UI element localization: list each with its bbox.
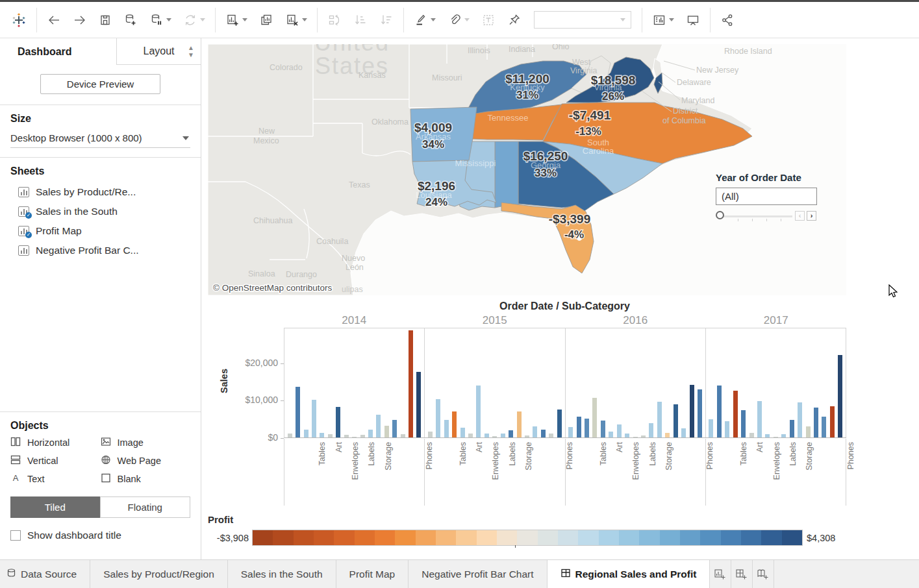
year-filter-slider[interactable]: ‹ › — [716, 210, 817, 222]
sales-bar[interactable] — [681, 428, 686, 437]
sheet-tab-negative-profit-bar-chart[interactable]: Negative Profit Bar Chart — [409, 560, 547, 588]
tableau-logo-icon[interactable] — [5, 7, 32, 33]
new-story-button[interactable] — [753, 560, 774, 588]
sales-bar[interactable] — [717, 386, 722, 437]
sales-bar[interactable] — [741, 410, 746, 437]
slider-prev-button[interactable]: ‹ — [795, 211, 805, 221]
sales-bar[interactable] — [352, 437, 357, 437]
sales-bar[interactable] — [798, 402, 802, 437]
sales-bar[interactable] — [733, 391, 738, 437]
slider-handle[interactable] — [716, 211, 724, 219]
sheet-tab-regional-sales-and-profit[interactable]: Regional Sales and Profit — [548, 560, 711, 588]
share-icon[interactable] — [714, 7, 740, 33]
object-item-image[interactable]: Image — [101, 437, 191, 448]
sales-bar[interactable] — [384, 426, 389, 437]
fit-selector-caret[interactable] — [620, 18, 625, 21]
save-icon[interactable] — [93, 7, 118, 33]
redo-icon[interactable] — [67, 7, 93, 33]
sales-bar[interactable] — [698, 389, 702, 437]
fix-axes-icon[interactable] — [501, 7, 527, 33]
new-worksheet-caret[interactable] — [242, 18, 247, 21]
new-dashboard-button[interactable] — [731, 560, 753, 588]
new-data-source-icon[interactable] — [118, 7, 144, 33]
sales-bar[interactable] — [709, 419, 713, 437]
sales-bar[interactable] — [320, 433, 324, 437]
show-dashboard-title-checkbox[interactable] — [10, 530, 21, 541]
sales-bar[interactable] — [416, 372, 421, 437]
sales-bar[interactable] — [765, 434, 770, 437]
sales-bar[interactable] — [830, 406, 835, 437]
tab-layout[interactable]: Layout ▲▼ — [116, 38, 201, 65]
sheet-list-item[interactable]: Sales by Product/Re... — [10, 182, 190, 202]
profit-legend-gradient[interactable] — [252, 530, 803, 546]
sales-bar[interactable] — [641, 435, 646, 437]
sales-bar[interactable] — [568, 427, 573, 437]
slider-track[interactable] — [721, 215, 792, 217]
show-hide-cards-icon[interactable] — [646, 7, 680, 33]
clear-sheet-caret[interactable] — [302, 18, 307, 21]
sales-bar[interactable] — [757, 401, 762, 437]
sales-bar[interactable] — [304, 430, 308, 437]
pause-auto-updates-caret[interactable] — [166, 18, 171, 21]
sales-bar[interactable] — [585, 419, 589, 437]
sales-bar[interactable] — [360, 435, 365, 437]
size-dropdown[interactable]: Desktop Browser (1000 x 800) — [10, 130, 190, 148]
object-item-text[interactable]: AText — [10, 473, 101, 485]
sales-bar[interactable] — [601, 421, 605, 437]
sales-bar[interactable] — [557, 410, 562, 437]
sales-bar[interactable] — [476, 386, 481, 437]
sales-bar[interactable] — [806, 426, 811, 437]
sales-bar[interactable] — [625, 434, 629, 437]
sheet-tab-sales-in-the-south[interactable]: Sales in the South — [228, 560, 336, 588]
sales-bar[interactable] — [838, 355, 842, 437]
sales-bar[interactable] — [517, 411, 522, 437]
sales-bar[interactable] — [460, 428, 465, 437]
sales-bar[interactable] — [781, 434, 786, 437]
sales-bar[interactable] — [485, 434, 489, 437]
sales-bar[interactable] — [344, 435, 349, 437]
object-item-horizontal[interactable]: Horizontal — [10, 437, 101, 448]
sales-bar[interactable] — [814, 408, 818, 437]
sales-bar[interactable] — [674, 404, 678, 437]
sales-bar[interactable] — [509, 430, 513, 437]
sales-bar[interactable] — [633, 437, 638, 437]
sales-bar[interactable] — [525, 435, 529, 437]
show-hide-cards-caret[interactable] — [669, 18, 674, 21]
show-dashboard-title-row[interactable]: Show dashboard title — [10, 530, 190, 541]
sales-bar[interactable] — [444, 420, 449, 437]
sales-bar[interactable] — [577, 417, 581, 437]
sheet-tab-profit-map[interactable]: Profit Map — [336, 560, 409, 588]
sheet-tab-data-source[interactable]: Data Source — [0, 560, 90, 588]
sales-bar[interactable] — [749, 433, 754, 437]
sales-bar[interactable] — [452, 411, 457, 437]
object-item-blank[interactable]: Blank — [101, 473, 191, 485]
sales-bar[interactable] — [822, 417, 826, 437]
sales-bar[interactable] — [312, 400, 316, 437]
sales-bar[interactable] — [288, 434, 292, 437]
device-preview-button[interactable]: Device Preview — [40, 74, 160, 94]
profit-map[interactable]: United States ColoradoKansasMissouriIlli… — [208, 44, 846, 295]
sales-bar[interactable] — [401, 434, 405, 437]
object-item-vertical[interactable]: Vertical — [10, 455, 101, 467]
pause-auto-updates-icon[interactable] — [144, 7, 177, 33]
new-worksheet-button[interactable] — [710, 560, 731, 588]
sales-bar[interactable] — [328, 434, 333, 437]
sales-bar[interactable] — [665, 433, 670, 437]
sales-bar[interactable] — [501, 434, 505, 437]
year-filter-dropdown[interactable]: (All) — [716, 188, 817, 205]
new-worksheet-icon[interactable] — [220, 7, 253, 33]
sales-bar[interactable] — [725, 421, 729, 437]
sales-bar[interactable] — [436, 399, 440, 437]
slider-next-button[interactable]: › — [807, 211, 816, 221]
sheet-list-item[interactable]: ✓Sales in the South — [10, 202, 190, 221]
sales-bar[interactable] — [409, 330, 413, 437]
sales-bar[interactable] — [533, 426, 537, 437]
sales-bar[interactable] — [492, 436, 497, 437]
highlight-icon[interactable] — [408, 7, 442, 33]
sales-bar-chart[interactable] — [284, 328, 846, 438]
sales-bar[interactable] — [657, 402, 662, 437]
sales-bar[interactable] — [609, 432, 613, 437]
sales-bar[interactable] — [296, 387, 300, 437]
sales-bar[interactable] — [617, 424, 622, 437]
sales-bar[interactable] — [592, 398, 597, 437]
